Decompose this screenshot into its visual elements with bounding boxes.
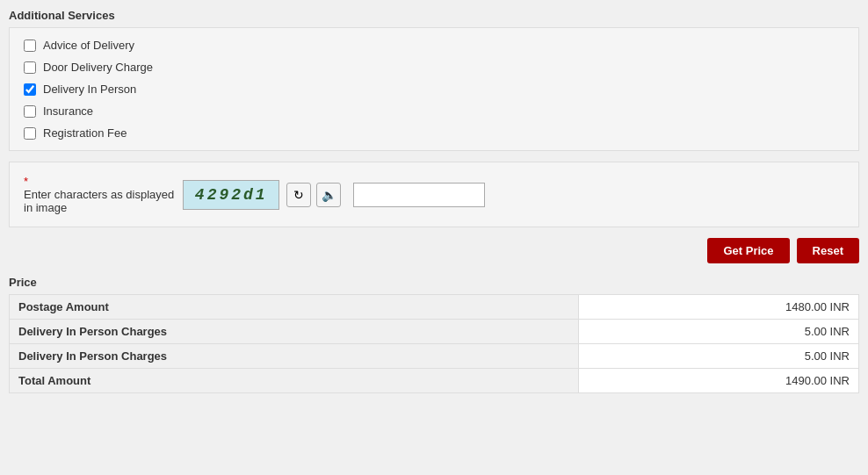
delivery-person-label: Delivery In Person [43,83,136,96]
price-table-row: Delivery In Person Charges5.00 INR [10,344,859,369]
price-row-value: 5.00 INR [578,320,858,344]
audio-icon: 🔈 [322,188,336,202]
captcha-audio-button[interactable]: 🔈 [316,183,341,207]
refresh-icon: ↻ [293,188,304,202]
additional-services-title: Additional Services [9,9,859,22]
insurance-label: Insurance [43,104,93,118]
checkbox-row-delivery-person: Delivery In Person [24,83,844,96]
price-row-value: 1480.00 INR [578,295,858,320]
get-price-button[interactable]: Get Price [707,238,789,263]
price-row-value: 5.00 INR [578,344,858,369]
checkbox-row-registration-fee: Registration Fee [24,126,844,140]
price-table: Postage Amount1480.00 INRDelivery In Per… [9,294,859,393]
captcha-label-wrapper: * Enter characters as displayed in image [24,175,174,214]
captcha-input[interactable] [353,183,485,207]
captcha-required-star: * [24,175,174,188]
registration-fee-checkbox[interactable] [24,127,36,140]
captcha-label: Enter characters as displayed in image [24,188,174,214]
door-delivery-checkbox[interactable] [24,61,36,74]
price-table-row: Delivery In Person Charges5.00 INR [10,320,859,344]
price-row-label: Total Amount [10,369,579,393]
additional-services-box: Advice of Delivery Door Delivery Charge … [9,27,859,151]
action-buttons-row: Get Price Reset [9,238,859,263]
advice-delivery-label: Advice of Delivery [43,39,134,52]
checkbox-row-door-delivery: Door Delivery Charge [24,61,844,74]
captcha-box: * Enter characters as displayed in image… [9,162,859,227]
checkbox-row-insurance: Insurance [24,104,844,118]
captcha-image: 4292d1 [183,180,279,210]
advice-delivery-checkbox[interactable] [24,40,36,52]
captcha-refresh-button[interactable]: ↻ [286,183,311,207]
door-delivery-label: Door Delivery Charge [43,61,153,74]
price-row-label: Postage Amount [10,295,579,320]
reset-button[interactable]: Reset [797,238,859,263]
price-table-row: Total Amount1490.00 INR [10,369,859,393]
registration-fee-label: Registration Fee [43,126,127,140]
checkbox-row-advice-delivery: Advice of Delivery [24,39,844,52]
delivery-person-checkbox[interactable] [24,83,36,96]
price-row-label: Delivery In Person Charges [10,344,579,369]
insurance-checkbox[interactable] [24,105,36,118]
price-table-row: Postage Amount1480.00 INR [10,295,859,320]
price-row-label: Delivery In Person Charges [10,320,579,344]
price-row-value: 1490.00 INR [578,369,858,393]
price-section-title: Price [9,276,859,289]
